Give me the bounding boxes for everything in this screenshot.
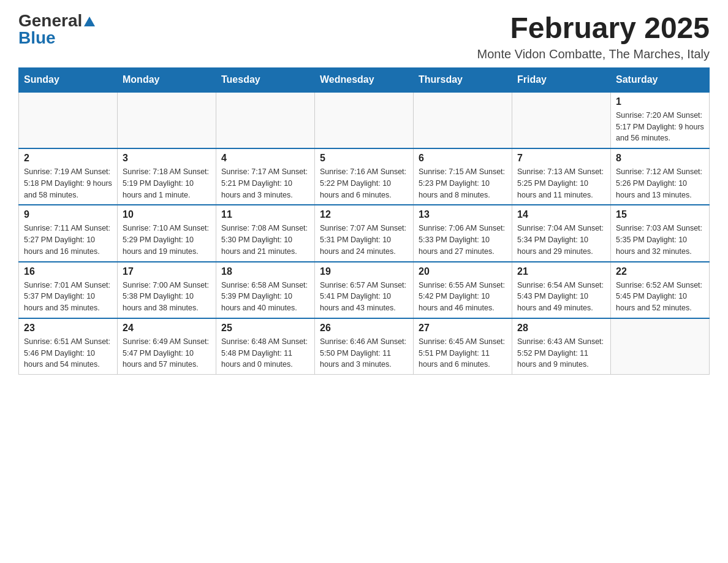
calendar-cell: 1Sunrise: 7:20 AM Sunset: 5:17 PM Daylig… [611,92,710,148]
calendar-cell [512,92,611,148]
day-info: Sunrise: 6:57 AM Sunset: 5:41 PM Dayligh… [320,280,408,314]
day-number: 20 [419,266,507,277]
day-number: 2 [24,153,112,164]
day-info: Sunrise: 7:17 AM Sunset: 5:21 PM Dayligh… [221,166,309,201]
calendar-cell: 6Sunrise: 7:15 AM Sunset: 5:23 PM Daylig… [414,148,512,205]
column-header-friday: Friday [512,67,611,92]
calendar-cell: 22Sunrise: 6:52 AM Sunset: 5:45 PM Dayli… [611,262,710,318]
day-info: Sunrise: 6:46 AM Sunset: 5:50 PM Dayligh… [320,336,408,370]
day-info: Sunrise: 7:16 AM Sunset: 5:22 PM Dayligh… [320,166,408,201]
calendar-cell: 24Sunrise: 6:49 AM Sunset: 5:47 PM Dayli… [118,318,216,375]
calendar-cell: 12Sunrise: 7:07 AM Sunset: 5:31 PM Dayli… [315,205,414,261]
day-number: 27 [419,323,507,334]
day-number: 14 [517,209,605,220]
calendar-week-2: 2Sunrise: 7:19 AM Sunset: 5:18 PM Daylig… [19,148,710,205]
calendar-cell: 23Sunrise: 6:51 AM Sunset: 5:46 PM Dayli… [19,318,118,375]
day-info: Sunrise: 7:01 AM Sunset: 5:37 PM Dayligh… [24,280,112,314]
calendar-cell: 28Sunrise: 6:43 AM Sunset: 5:52 PM Dayli… [512,318,611,375]
day-number: 25 [221,323,309,334]
day-info: Sunrise: 6:48 AM Sunset: 5:48 PM Dayligh… [221,336,309,370]
calendar-cell [414,92,512,148]
calendar-subtitle: Monte Vidon Combatte, The Marches, Italy [477,47,710,61]
day-info: Sunrise: 6:49 AM Sunset: 5:47 PM Dayligh… [123,336,211,370]
calendar-cell [315,92,414,148]
column-header-saturday: Saturday [611,67,710,92]
calendar-week-4: 16Sunrise: 7:01 AM Sunset: 5:37 PM Dayli… [19,262,710,318]
logo-blue: Blue [18,29,56,47]
calendar-cell: 26Sunrise: 6:46 AM Sunset: 5:50 PM Dayli… [315,318,414,375]
calendar-week-3: 9Sunrise: 7:11 AM Sunset: 5:27 PM Daylig… [19,205,710,261]
day-info: Sunrise: 7:20 AM Sunset: 5:17 PM Dayligh… [616,110,704,144]
calendar-cell: 2Sunrise: 7:19 AM Sunset: 5:18 PM Daylig… [19,148,118,205]
day-number: 10 [123,209,211,220]
calendar-cell: 27Sunrise: 6:45 AM Sunset: 5:51 PM Dayli… [414,318,512,375]
column-header-sunday: Sunday [19,67,118,92]
day-info: Sunrise: 7:15 AM Sunset: 5:23 PM Dayligh… [419,166,507,201]
day-info: Sunrise: 7:00 AM Sunset: 5:38 PM Dayligh… [123,280,211,314]
day-info: Sunrise: 6:45 AM Sunset: 5:51 PM Dayligh… [419,336,507,370]
column-header-thursday: Thursday [414,67,512,92]
calendar-cell: 9Sunrise: 7:11 AM Sunset: 5:27 PM Daylig… [19,205,118,261]
calendar-cell: 18Sunrise: 6:58 AM Sunset: 5:39 PM Dayli… [216,262,315,318]
day-number: 26 [320,323,408,334]
day-info: Sunrise: 7:13 AM Sunset: 5:25 PM Dayligh… [517,166,605,201]
calendar-cell: 10Sunrise: 7:10 AM Sunset: 5:29 PM Dayli… [118,205,216,261]
logo-general: General [18,12,82,29]
calendar-cell: 19Sunrise: 6:57 AM Sunset: 5:41 PM Dayli… [315,262,414,318]
day-number: 8 [616,153,704,164]
day-number: 23 [24,323,112,334]
column-header-wednesday: Wednesday [315,67,414,92]
day-number: 21 [517,266,605,277]
calendar-cell: 8Sunrise: 7:12 AM Sunset: 5:26 PM Daylig… [611,148,710,205]
page-header: General Blue February 2025 Monte Vidon C… [18,12,710,61]
day-number: 28 [517,323,605,334]
day-number: 15 [616,209,704,220]
title-block: February 2025 Monte Vidon Combatte, The … [477,12,710,61]
day-number: 6 [419,153,507,164]
column-header-tuesday: Tuesday [216,67,315,92]
day-number: 5 [320,153,408,164]
day-number: 11 [221,209,309,220]
calendar-cell: 5Sunrise: 7:16 AM Sunset: 5:22 PM Daylig… [315,148,414,205]
day-info: Sunrise: 7:07 AM Sunset: 5:31 PM Dayligh… [320,223,408,257]
calendar-cell: 7Sunrise: 7:13 AM Sunset: 5:25 PM Daylig… [512,148,611,205]
calendar-week-1: 1Sunrise: 7:20 AM Sunset: 5:17 PM Daylig… [19,92,710,148]
calendar-header-row: SundayMondayTuesdayWednesdayThursdayFrid… [19,67,710,92]
svg-marker-0 [84,17,95,26]
day-number: 17 [123,266,211,277]
calendar-cell: 15Sunrise: 7:03 AM Sunset: 5:35 PM Dayli… [611,205,710,261]
logo: General Blue [18,12,95,47]
calendar-cell: 17Sunrise: 7:00 AM Sunset: 5:38 PM Dayli… [118,262,216,318]
day-info: Sunrise: 7:12 AM Sunset: 5:26 PM Dayligh… [616,166,704,201]
day-info: Sunrise: 7:06 AM Sunset: 5:33 PM Dayligh… [419,223,507,257]
day-info: Sunrise: 7:11 AM Sunset: 5:27 PM Dayligh… [24,223,112,257]
calendar-cell: 13Sunrise: 7:06 AM Sunset: 5:33 PM Dayli… [414,205,512,261]
day-info: Sunrise: 6:51 AM Sunset: 5:46 PM Dayligh… [24,336,112,370]
calendar-cell: 25Sunrise: 6:48 AM Sunset: 5:48 PM Dayli… [216,318,315,375]
calendar-week-5: 23Sunrise: 6:51 AM Sunset: 5:46 PM Dayli… [19,318,710,375]
calendar-cell: 3Sunrise: 7:18 AM Sunset: 5:19 PM Daylig… [118,148,216,205]
column-header-monday: Monday [118,67,216,92]
calendar-cell: 11Sunrise: 7:08 AM Sunset: 5:30 PM Dayli… [216,205,315,261]
day-info: Sunrise: 7:19 AM Sunset: 5:18 PM Dayligh… [24,166,112,201]
day-info: Sunrise: 6:54 AM Sunset: 5:43 PM Dayligh… [517,280,605,314]
calendar-cell: 20Sunrise: 6:55 AM Sunset: 5:42 PM Dayli… [414,262,512,318]
calendar-cell [216,92,315,148]
day-number: 13 [419,209,507,220]
logo-triangle-icon [84,15,95,26]
day-number: 18 [221,266,309,277]
day-info: Sunrise: 7:08 AM Sunset: 5:30 PM Dayligh… [221,223,309,257]
calendar-table: SundayMondayTuesdayWednesdayThursdayFrid… [18,67,710,375]
calendar-cell: 4Sunrise: 7:17 AM Sunset: 5:21 PM Daylig… [216,148,315,205]
day-number: 7 [517,153,605,164]
day-info: Sunrise: 6:43 AM Sunset: 5:52 PM Dayligh… [517,336,605,370]
day-number: 22 [616,266,704,277]
day-info: Sunrise: 6:58 AM Sunset: 5:39 PM Dayligh… [221,280,309,314]
day-info: Sunrise: 7:04 AM Sunset: 5:34 PM Dayligh… [517,223,605,257]
calendar-cell: 21Sunrise: 6:54 AM Sunset: 5:43 PM Dayli… [512,262,611,318]
day-info: Sunrise: 6:52 AM Sunset: 5:45 PM Dayligh… [616,280,704,314]
day-number: 3 [123,153,211,164]
day-number: 4 [221,153,309,164]
day-number: 16 [24,266,112,277]
day-number: 19 [320,266,408,277]
